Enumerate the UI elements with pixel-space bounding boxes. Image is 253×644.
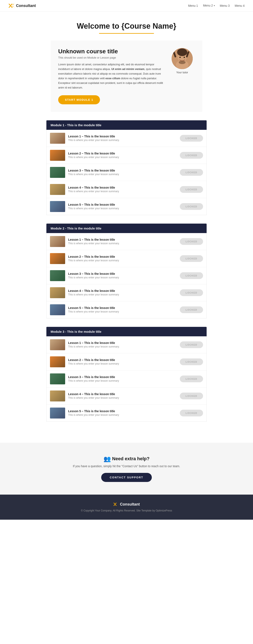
modules-container: Module 1 - This is the module titleLesso… xyxy=(46,120,206,443)
module-3-header: Module 3 - This is the module title xyxy=(46,327,206,336)
nav-menu-1[interactable]: Menu 1 xyxy=(188,4,198,8)
lesson-thumbnail xyxy=(50,304,65,315)
table-row: Lesson 3 – This is the lesson titleThis … xyxy=(46,267,206,284)
footer-copyright: © Copyright Your Company. All Rights Res… xyxy=(4,509,249,512)
locked-badge: LOCKED xyxy=(180,255,203,262)
locked-badge: LOCKED xyxy=(180,358,203,365)
lesson-thumbnail xyxy=(50,270,65,281)
logo[interactable]: Consultant xyxy=(8,3,36,8)
course-description: Lorem ipsum dolor sit amet, consectetur … xyxy=(58,62,163,90)
lesson-summary: This is where you enter your lesson summ… xyxy=(68,156,177,159)
table-row: Lesson 1 – This is the lesson titleThis … xyxy=(46,130,206,147)
footer-logo: Consultant xyxy=(4,502,249,506)
lesson-summary: This is where you enter your lesson summ… xyxy=(68,396,177,399)
lesson-thumbnail xyxy=(50,236,65,247)
lesson-info: Lesson 1 – This is the lesson titleThis … xyxy=(68,238,177,245)
tutor-section: Your tutor xyxy=(170,48,195,104)
lesson-title: Lesson 3 – This is the lesson title xyxy=(68,375,177,379)
locked-badge: LOCKED xyxy=(180,238,203,245)
module-3-lessons: Lesson 1 – This is the lesson titleThis … xyxy=(46,336,206,422)
lesson-title: Lesson 5 – This is the lesson title xyxy=(68,306,177,310)
lesson-thumb-image xyxy=(50,253,65,264)
lesson-thumbnail xyxy=(50,150,65,161)
table-row: Lesson 4 – This is the lesson titleThis … xyxy=(46,388,206,404)
locked-badge: LOCKED xyxy=(180,376,203,382)
lesson-info: Lesson 3 – This is the lesson titleThis … xyxy=(68,169,177,176)
lesson-info: Lesson 1 – This is the lesson titleThis … xyxy=(68,341,177,348)
contact-support-button[interactable]: CONTACT SUPPORT xyxy=(101,473,152,482)
footer-logo-text: Consultant xyxy=(120,502,140,506)
lesson-thumb-image xyxy=(50,201,65,212)
lesson-thumbnail xyxy=(50,408,65,418)
locked-badge: LOCKED xyxy=(180,289,203,296)
lesson-title: Lesson 4 – This is the lesson title xyxy=(68,392,177,396)
lesson-info: Lesson 5 – This is the lesson titleThis … xyxy=(68,306,177,313)
lesson-thumbnail xyxy=(50,133,65,144)
module-2-lessons: Lesson 1 – This is the lesson titleThis … xyxy=(46,233,206,318)
lesson-thumb-image xyxy=(50,356,65,367)
lesson-summary: This is where you enter your lesson summ… xyxy=(68,362,177,365)
lesson-summary: This is where you enter your lesson summ… xyxy=(68,173,177,176)
lesson-thumb-image xyxy=(50,167,65,178)
table-row: Lesson 5 – This is the lesson titleThis … xyxy=(46,198,206,215)
lesson-thumb-image xyxy=(50,304,65,315)
lesson-thumb-image xyxy=(50,390,65,402)
lesson-summary: This is where you enter your lesson summ… xyxy=(68,293,177,296)
table-row: Lesson 1 – This is the lesson titleThis … xyxy=(46,233,206,250)
lesson-thumb-image xyxy=(50,287,65,298)
locked-badge: LOCKED xyxy=(180,135,203,142)
locked-badge: LOCKED xyxy=(180,392,203,399)
locked-badge: LOCKED xyxy=(180,152,203,159)
locked-badge: LOCKED xyxy=(180,203,203,210)
lesson-title: Lesson 3 – This is the lesson title xyxy=(68,272,177,276)
lesson-title: Lesson 4 – This is the lesson title xyxy=(68,289,177,292)
locked-badge: LOCKED xyxy=(180,169,203,176)
table-row: Lesson 5 – This is the lesson titleThis … xyxy=(46,404,206,422)
help-icon-wrap: 👥 Need extra help? xyxy=(4,456,249,462)
page-title-section: Welcome to {Course Name} xyxy=(0,12,253,40)
lesson-thumb-image xyxy=(50,270,65,281)
logo-icon xyxy=(8,3,14,8)
nav-menu-3[interactable]: Menu 3 xyxy=(220,4,230,8)
module-1: Module 1 - This is the module titleLesso… xyxy=(46,120,206,215)
lesson-title: Lesson 3 – This is the lesson title xyxy=(68,169,177,172)
lesson-thumbnail xyxy=(50,390,65,402)
table-row: Lesson 2 – This is the lesson titleThis … xyxy=(46,147,206,164)
lesson-summary: This is where you enter your lesson summ… xyxy=(68,276,177,279)
lesson-title: Lesson 5 – This is the lesson title xyxy=(68,203,177,206)
nav-menu-4[interactable]: Menu 4 xyxy=(235,4,244,8)
lesson-summary: This is where you enter your lesson summ… xyxy=(68,139,177,142)
lesson-info: Lesson 5 – This is the lesson titleThis … xyxy=(68,203,177,210)
lesson-title: Lesson 1 – This is the lesson title xyxy=(68,135,177,138)
locked-badge: LOCKED xyxy=(180,410,203,416)
lesson-summary: This is where you enter your lesson summ… xyxy=(68,207,177,210)
lesson-thumb-image xyxy=(50,408,65,418)
course-title: Unknown course title xyxy=(58,48,163,55)
help-subtitle: If you have a question, simply hit the "… xyxy=(4,464,249,468)
lesson-thumb-image xyxy=(50,184,65,195)
table-row: Lesson 4 – This is the lesson titleThis … xyxy=(46,284,206,301)
start-module-button[interactable]: START MODULE 1 xyxy=(58,95,100,104)
lesson-info: Lesson 1 – This is the lesson titleThis … xyxy=(68,135,177,142)
lesson-thumbnail xyxy=(50,374,65,384)
logo-text: Consultant xyxy=(16,4,36,8)
locked-badge: LOCKED xyxy=(180,186,203,193)
lesson-summary: This is where you enter your lesson summ… xyxy=(68,379,177,382)
nav-menu-2[interactable]: Menu 2 ▾ xyxy=(203,4,215,8)
table-row: Lesson 2 – This is the lesson titleThis … xyxy=(46,354,206,370)
lesson-summary: This is where you enter your lesson summ… xyxy=(68,242,177,245)
course-subtitle: This should be used on Module or Lesson … xyxy=(58,56,163,59)
svg-point-8 xyxy=(180,57,181,58)
lesson-summary: This is where you enter your lesson summ… xyxy=(68,414,177,416)
lesson-title: Lesson 4 – This is the lesson title xyxy=(68,186,177,189)
lesson-thumbnail xyxy=(50,201,65,212)
lesson-info: Lesson 4 – This is the lesson titleThis … xyxy=(68,392,177,399)
nav-links: Menu 1 Menu 2 ▾ Menu 3 Menu 4 xyxy=(188,4,244,8)
lesson-thumbnail xyxy=(50,339,65,350)
module-1-header: Module 1 - This is the module title xyxy=(46,120,206,130)
table-row: Lesson 4 – This is the lesson titleThis … xyxy=(46,181,206,198)
navbar: Consultant Menu 1 Menu 2 ▾ Menu 3 Menu 4 xyxy=(0,0,253,12)
tutor-label: Your tutor xyxy=(176,71,188,74)
lesson-title: Lesson 2 – This is the lesson title xyxy=(68,358,177,362)
footer: Consultant © Copyright Your Company. All… xyxy=(0,494,253,520)
